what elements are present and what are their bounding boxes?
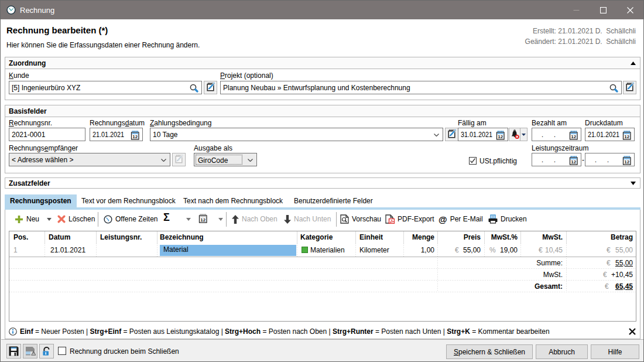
ust-checkbox[interactable] — [469, 157, 477, 165]
col-leistungsnr[interactable]: Leistungsnr. — [100, 233, 142, 241]
zahlungsbedingung-edit-button[interactable] — [445, 128, 458, 141]
maximize-button[interactable] — [590, 1, 616, 19]
toolbar-email-button[interactable]: @ Per E-Mail — [439, 214, 483, 224]
group-zuordnung-header[interactable]: Zuordnung — [5, 57, 640, 69]
abort-button[interactable]: Abbruch — [536, 344, 588, 359]
col-mwstproz[interactable]: MwSt.% — [484, 233, 518, 241]
info-icon — [9, 327, 17, 336]
cell-kategorie[interactable]: Materialien — [302, 246, 345, 254]
rechnungsnr-label: Rechnungsnr. — [9, 119, 52, 127]
reminder-button[interactable] — [509, 128, 520, 141]
zahlungsbedingung-combo[interactable]: 10 Tage — [150, 128, 443, 141]
col-einheit[interactable]: Einheit — [359, 233, 383, 241]
cell-preis[interactable]: 55,00 — [437, 246, 481, 254]
close-button[interactable] — [616, 1, 643, 19]
col-mwst[interactable]: MwSt. — [520, 233, 563, 241]
at-icon: @ — [439, 214, 447, 224]
summe-label: Summe: — [520, 259, 563, 267]
zahlungsbedingung-edit-icon — [447, 128, 457, 141]
cell-mwst[interactable]: 10,45 — [520, 246, 563, 254]
save-template-button[interactable] — [23, 344, 37, 358]
bezahlt-label: Bezahlt am — [532, 119, 567, 127]
col-kategorie[interactable]: Kategorie — [300, 233, 333, 241]
reminder-dropdown-button[interactable] — [520, 128, 527, 141]
cell-datum[interactable]: 21.01.2021 — [50, 246, 85, 254]
t1-text: Text vor dem Rechnungsblock — [81, 197, 176, 205]
toolbar-neu-button[interactable]: Neu — [15, 214, 39, 224]
rechnungsnr-value-text: 2021-0001 — [12, 131, 45, 139]
bezahlt-input[interactable]: . . 12 — [532, 128, 581, 141]
tab-rechnungsposten[interactable]: Rechnungsposten — [5, 194, 77, 207]
ausgabe-combo[interactable]: GiroCode — [194, 153, 257, 166]
collapse-down-icon[interactable] — [631, 182, 636, 185]
col-menge[interactable]: Menge — [403, 233, 434, 241]
collapse-up-icon[interactable] — [631, 62, 636, 65]
neu-caret-icon[interactable] — [47, 218, 52, 221]
kunde-label: Kunde — [9, 71, 29, 80]
col-datum[interactable]: Datum — [49, 233, 70, 241]
col-preis[interactable]: Preis — [437, 233, 481, 241]
rechnungsdatum-input[interactable]: 21.01.2021 12 — [90, 128, 143, 141]
toolbar-kalender-button[interactable]: 12 — [198, 214, 208, 224]
rechnungsdatum-calendar-icon[interactable]: 12 — [130, 130, 140, 142]
col-betrag[interactable]: Betrag — [566, 233, 633, 241]
tab-text-vor[interactable]: Text vor dem Rechnungsblock — [76, 194, 181, 207]
toolbar-vorschau-button[interactable]: Vorschau — [340, 214, 381, 224]
zahlungsbedingung-label: Zahlungsbedingung — [150, 119, 211, 127]
lock-button[interactable] — [39, 344, 54, 358]
leistung-bis-calendar-icon[interactable]: 12 — [622, 155, 632, 167]
toolbar-nach-unten-button[interactable]: Nach Unten — [284, 214, 331, 224]
toolbar-loeschen-button[interactable]: Löschen — [57, 214, 95, 224]
kunde-input[interactable]: [5] Ingenieurbüro XYZ — [9, 81, 202, 94]
offene-zeiten-text: Offene Zeiten — [115, 215, 158, 223]
titlebar[interactable]: Rechnung — [1, 1, 643, 19]
faellig-calendar-icon[interactable]: 12 — [495, 130, 505, 142]
toolbar-pdf-button[interactable]: PDF-Export — [385, 214, 434, 224]
col-bezeichnung[interactable]: Bezeichnung — [160, 233, 204, 241]
print-on-close-checkbox[interactable] — [58, 347, 66, 355]
cell-einheit[interactable]: Kilometer — [359, 246, 389, 254]
druckdatum-input[interactable]: 21.01.2021 12 — [585, 128, 635, 141]
cell-mwstproz[interactable]: 19,00 — [484, 246, 518, 254]
group-basisfelder-header[interactable]: Basisfelder — [5, 105, 640, 117]
group-zusatzfelder-title: Zusatzfelder — [9, 179, 50, 187]
cell-bezeichnung[interactable]: Material — [160, 245, 296, 256]
projekt-search-icon[interactable] — [609, 83, 619, 93]
leistung-von-input[interactable]: . . 12 — [532, 153, 581, 166]
key-text: P — [220, 71, 225, 80]
group-zusatzfelder[interactable]: Zusatzfelder — [5, 177, 640, 189]
s5-text: = Posten nach Oben | — [261, 327, 333, 336]
projekt-input[interactable]: Planung Neubau » Entwurfsplanung und Kos… — [220, 81, 622, 94]
kunde-search-icon[interactable] — [189, 83, 199, 93]
empfaenger-edit-button[interactable] — [172, 153, 186, 166]
save-close-button[interactable]: Speichern & Schließen — [446, 344, 533, 359]
cell-betrag[interactable]: 55,00 — [566, 246, 633, 254]
tab-benutzerdefiniert[interactable]: Benutzerdefinierte Felder — [289, 194, 378, 207]
help-button[interactable]: Hilfe — [591, 344, 639, 359]
empfaenger-chevron-icon — [161, 159, 166, 162]
kunde-edit-button[interactable] — [204, 81, 217, 94]
toolbar-sigma-button[interactable]: Σ — [163, 212, 170, 223]
toolbar-drucken-button[interactable]: Drucken — [488, 214, 527, 224]
tab-text-nach[interactable]: Text nach dem Rechnungsblock — [178, 194, 288, 207]
toolbar-nach-oben-button[interactable]: Nach Oben — [232, 214, 278, 224]
leistung-von-calendar-icon[interactable]: 12 — [568, 155, 578, 167]
empfaenger-combo[interactable]: < Adresse wählen > — [9, 153, 170, 166]
leistung-bis-input[interactable]: . . 12 — [585, 153, 635, 166]
toolbar-offene-zeiten-button[interactable]: Offene Zeiten — [104, 214, 158, 224]
kalender-caret-icon[interactable] — [218, 218, 223, 221]
pdf-export-text: PDF-Export — [398, 215, 434, 223]
faellig-input[interactable]: 31.01.2021 12 — [458, 128, 508, 141]
bezahlt-calendar-icon[interactable]: 12 — [568, 130, 578, 142]
save-button[interactable] — [6, 344, 21, 358]
empfaenger-label: Rechnungsempfänger — [9, 144, 78, 152]
sigma-caret-icon[interactable] — [186, 218, 191, 221]
cell-menge[interactable]: 1,00 — [403, 246, 434, 254]
col-pos[interactable]: Pos. — [13, 233, 28, 241]
hint-close-icon[interactable] — [629, 328, 636, 335]
projekt-edit-button[interactable] — [623, 81, 636, 94]
druckdatum-calendar-icon[interactable]: 12 — [622, 130, 632, 142]
rechnungsnr-input[interactable]: 2021-0001 — [9, 128, 85, 141]
cell-pos[interactable]: 1 — [13, 246, 18, 254]
minimize-button[interactable] — [563, 1, 590, 19]
